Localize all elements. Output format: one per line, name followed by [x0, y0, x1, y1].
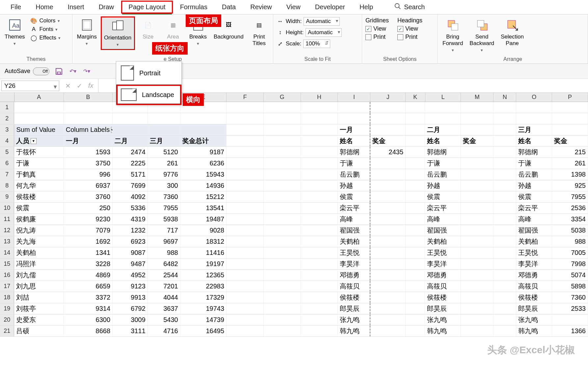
size-button[interactable]: 📄Size [136, 16, 160, 41]
cell-F11[interactable] [227, 214, 264, 225]
cell-O12[interactable]: 翟国强 [516, 225, 552, 236]
cell-E3[interactable] [180, 124, 227, 135]
cell-E20[interactable]: 14739 [180, 314, 227, 325]
cell-E18[interactable]: 17329 [180, 292, 227, 303]
cell-P6[interactable]: 261 [552, 158, 588, 169]
cell-L6[interactable]: 于谦 [425, 158, 461, 169]
row-header-13[interactable]: 13 [0, 236, 14, 247]
cell-F10[interactable] [227, 203, 264, 213]
cell-N17[interactable] [494, 281, 516, 292]
cell-M15[interactable] [461, 259, 494, 269]
cell-O7[interactable]: 岳云鹏 [516, 169, 552, 180]
cell-P8[interactable]: 925 [552, 180, 588, 191]
cell-B16[interactable]: 4869 [64, 270, 113, 281]
cell-D19[interactable]: 3637 [148, 303, 180, 314]
cell-C6[interactable]: 2225 [113, 158, 148, 169]
cell-F1[interactable] [227, 102, 264, 113]
cell-L5[interactable]: 郭德纲 [425, 147, 461, 158]
cell-H4[interactable] [301, 136, 338, 146]
cell-B20[interactable]: 6300 [64, 314, 113, 325]
cell-O9[interactable]: 侯震 [516, 191, 552, 202]
cell-I8[interactable]: 孙越 [338, 180, 370, 191]
cell-D7[interactable]: 9776 [148, 169, 180, 180]
cell-I15[interactable]: 李昊洋 [338, 259, 370, 269]
cell-C20[interactable]: 3009 [113, 314, 148, 325]
cell-O8[interactable]: 孙越 [516, 180, 552, 191]
autosave-toggle[interactable]: AutoSaveOff [5, 67, 49, 75]
cell-M18[interactable] [461, 292, 494, 303]
cell-O1[interactable] [516, 102, 552, 113]
cell-E2[interactable] [180, 113, 227, 124]
cell-H16[interactable] [301, 270, 338, 281]
cell-H7[interactable] [301, 169, 338, 180]
cell-H12[interactable] [301, 225, 338, 236]
cell-I10[interactable]: 栾云平 [338, 203, 370, 213]
cell-N20[interactable] [494, 314, 516, 325]
cell-B15[interactable]: 3228 [64, 259, 113, 269]
cell-B8[interactable]: 6937 [64, 180, 113, 191]
cell-M8[interactable] [461, 180, 494, 191]
col-header-A[interactable]: A [14, 93, 64, 102]
cell-C19[interactable]: 6792 [113, 303, 148, 314]
cell-C12[interactable]: 1232 [113, 225, 148, 236]
cell-N1[interactable] [494, 102, 516, 113]
cell-F5[interactable] [227, 147, 264, 158]
cell-H2[interactable] [301, 113, 338, 124]
cell-M13[interactable] [461, 236, 494, 247]
cell-G4[interactable] [264, 136, 301, 146]
cell-I16[interactable]: 邓德勇 [338, 270, 370, 281]
col-header-N[interactable]: N [494, 93, 516, 102]
cell-I17[interactable]: 高筱贝 [338, 281, 370, 292]
row-header-10[interactable]: 10 [0, 203, 14, 213]
cell-M7[interactable] [461, 169, 494, 180]
cell-N16[interactable] [494, 270, 516, 281]
cell-D18[interactable]: 4044 [148, 292, 180, 303]
cell-H5[interactable] [301, 147, 338, 158]
cell-K15[interactable] [406, 259, 425, 269]
cell-A18[interactable]: 刘喆 [14, 292, 64, 303]
cell-H21[interactable] [301, 326, 338, 336]
cell-P16[interactable]: 5074 [552, 270, 588, 281]
cell-C14[interactable]: 9087 [113, 247, 148, 258]
cell-G11[interactable] [264, 214, 301, 225]
headings-view-check[interactable]: ✓View [396, 25, 424, 33]
col-header-G[interactable]: G [264, 93, 301, 102]
cell-B17[interactable]: 6659 [64, 281, 113, 292]
menu-data[interactable]: Data [215, 1, 243, 13]
cell-A19[interactable]: 刘筱亭 [14, 303, 64, 314]
cell-A21[interactable]: 吕硕 [14, 326, 64, 336]
cell-F2[interactable] [227, 113, 264, 124]
cell-B9[interactable]: 3760 [64, 191, 113, 202]
cell-B18[interactable]: 3372 [64, 292, 113, 303]
cell-P7[interactable]: 1398 [552, 169, 588, 180]
cell-A11[interactable]: 侯鹤廉 [14, 214, 64, 225]
cell-A12[interactable]: 倪九涛 [14, 225, 64, 236]
cell-F19[interactable] [227, 303, 264, 314]
cell-B5[interactable]: 1593 [64, 147, 113, 158]
cell-G1[interactable] [264, 102, 301, 113]
cell-B14[interactable]: 1341 [64, 247, 113, 258]
col-header-B[interactable]: B [64, 93, 113, 102]
cell-M20[interactable] [461, 314, 494, 325]
cell-I3[interactable]: 一月 [338, 124, 370, 135]
cell-A20[interactable]: 史爱东 [14, 314, 64, 325]
cell-P17[interactable]: 5898 [552, 281, 588, 292]
cell-A14[interactable]: 关鹤柏 [14, 247, 64, 258]
cell-L16[interactable]: 邓德勇 [425, 270, 461, 281]
cell-L7[interactable]: 岳云鹏 [425, 169, 461, 180]
cell-C16[interactable]: 4952 [113, 270, 148, 281]
cell-K17[interactable] [406, 281, 425, 292]
cell-D12[interactable]: 717 [148, 225, 180, 236]
col-header-H[interactable]: H [301, 93, 338, 102]
cell-F13[interactable] [227, 236, 264, 247]
cell-O6[interactable]: 于谦 [516, 158, 552, 169]
save-icon[interactable] [55, 67, 63, 76]
row-header-20[interactable]: 20 [0, 314, 14, 325]
cell-K10[interactable] [406, 203, 425, 213]
undo-button[interactable]: ↶▾ [68, 67, 77, 76]
cell-H14[interactable] [301, 247, 338, 258]
cell-O15[interactable]: 李昊洋 [516, 259, 552, 269]
cell-M1[interactable] [461, 102, 494, 113]
cell-F4[interactable] [227, 136, 264, 146]
cell-G19[interactable] [264, 303, 301, 314]
